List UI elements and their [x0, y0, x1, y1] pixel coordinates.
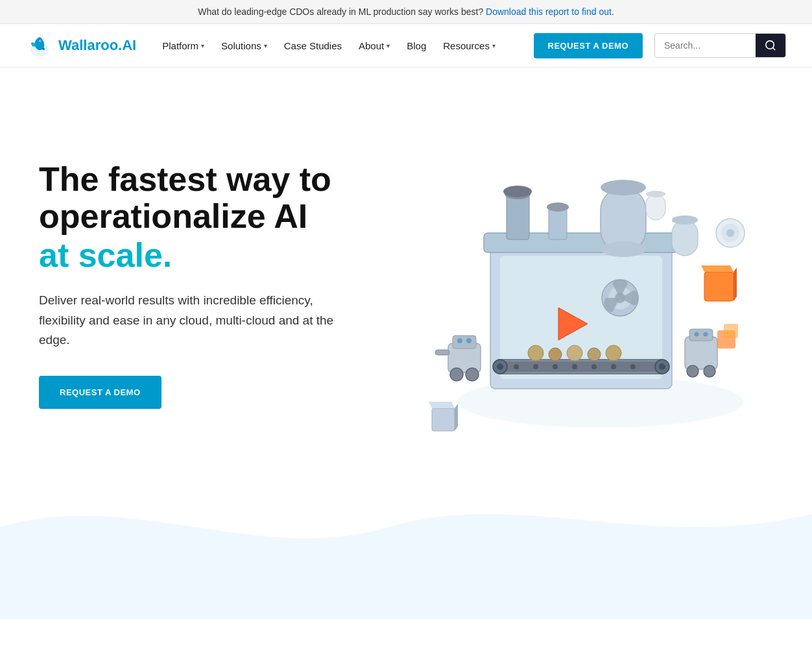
svg-point-9 — [503, 186, 532, 197]
svg-rect-40 — [453, 336, 476, 349]
logo[interactable]: Wallaroo.AI — [26, 32, 136, 59]
nav-about-label: About — [359, 40, 384, 51]
svg-marker-18 — [701, 265, 734, 272]
svg-point-28 — [591, 364, 597, 369]
svg-rect-7 — [507, 194, 529, 239]
hero-section: The fastest way to operationalize AI at … — [0, 67, 812, 489]
nav-platform[interactable]: Platform ▾ — [156, 35, 211, 56]
svg-point-64 — [726, 229, 734, 237]
search-input[interactable] — [655, 34, 756, 56]
hero-demo-button[interactable]: REQUEST A DEMO — [39, 376, 161, 409]
svg-point-30 — [630, 364, 636, 369]
hero-title-line1: The fastest way to — [39, 160, 331, 198]
svg-point-42 — [466, 338, 472, 343]
hero-title: The fastest way to operationalize AI at … — [39, 161, 389, 276]
svg-point-13 — [601, 180, 646, 195]
nav-resources[interactable]: Resources ▾ — [436, 35, 502, 56]
svg-rect-15 — [672, 220, 698, 256]
nav-case-studies-label: Case Studies — [284, 40, 342, 51]
svg-point-34 — [659, 363, 665, 370]
search-button[interactable] — [756, 34, 785, 57]
svg-point-52 — [528, 345, 543, 361]
svg-rect-20 — [646, 194, 665, 220]
svg-point-56 — [606, 345, 621, 361]
svg-point-44 — [466, 368, 479, 381]
svg-point-55 — [588, 348, 601, 361]
svg-rect-58 — [724, 324, 738, 338]
svg-rect-17 — [704, 272, 734, 301]
header-demo-button[interactable]: REQUEST A DEMO — [534, 33, 643, 58]
svg-point-32 — [497, 363, 503, 370]
nav-blog[interactable]: Blog — [400, 35, 433, 56]
nav-solutions-chevron: ▾ — [264, 42, 267, 49]
svg-rect-59 — [432, 408, 455, 431]
nav-solutions[interactable]: Solutions ▾ — [215, 35, 274, 56]
svg-marker-19 — [734, 267, 737, 301]
hero-title-accent: at scale. — [39, 235, 389, 275]
search-icon — [765, 40, 776, 51]
svg-marker-61 — [455, 404, 458, 431]
svg-point-2 — [40, 40, 41, 41]
svg-point-24 — [514, 364, 519, 369]
main-nav: Platform ▾ Solutions ▾ Case Studies Abou… — [156, 33, 786, 58]
hero-illustration — [389, 123, 773, 447]
wave-section — [0, 489, 812, 619]
svg-point-51 — [704, 365, 715, 377]
nav-solutions-label: Solutions — [221, 40, 261, 51]
svg-point-26 — [553, 364, 558, 369]
svg-rect-23 — [496, 361, 667, 372]
svg-point-54 — [567, 345, 582, 361]
header: Wallaroo.AI Platform ▾ Solutions ▾ Case … — [0, 24, 812, 67]
top-banner: What do leading-edge CDOs already in ML … — [0, 0, 812, 24]
svg-rect-47 — [689, 329, 713, 341]
svg-point-29 — [611, 364, 616, 369]
svg-point-27 — [572, 364, 577, 369]
nav-case-studies[interactable]: Case Studies — [278, 35, 348, 56]
svg-point-14 — [601, 241, 646, 257]
banner-text: What do leading-edge CDOs already in ML … — [198, 6, 483, 17]
nav-resources-label: Resources — [443, 40, 490, 51]
svg-rect-46 — [685, 337, 717, 369]
svg-rect-45 — [435, 350, 449, 355]
search-bar — [654, 33, 786, 58]
logo-text: Wallaroo.AI — [58, 37, 136, 54]
svg-point-25 — [533, 364, 538, 369]
svg-point-21 — [646, 191, 665, 197]
svg-point-49 — [704, 332, 708, 337]
svg-rect-10 — [549, 207, 567, 239]
svg-point-16 — [672, 215, 698, 225]
hero-title-line2: operationalize AI — [39, 197, 307, 235]
nav-about-chevron: ▾ — [387, 42, 390, 49]
hero-content: The fastest way to operationalize AI at … — [39, 161, 389, 410]
nav-blog-label: Blog — [407, 40, 426, 51]
wave-divider — [0, 489, 812, 566]
svg-point-41 — [457, 338, 462, 343]
nav-platform-label: Platform — [162, 40, 198, 51]
logo-icon — [26, 32, 53, 59]
svg-point-43 — [450, 368, 463, 381]
svg-point-53 — [549, 348, 562, 361]
nav-resources-chevron: ▾ — [492, 42, 496, 49]
hero-description: Deliver real-world results with incredib… — [39, 291, 357, 350]
banner-link[interactable]: Download this report to find out — [486, 6, 612, 17]
svg-point-11 — [547, 202, 569, 212]
hero-image — [400, 129, 763, 441]
svg-point-50 — [687, 365, 699, 377]
svg-point-48 — [695, 332, 699, 337]
nav-platform-chevron: ▾ — [201, 42, 204, 49]
nav-about[interactable]: About ▾ — [352, 35, 396, 56]
svg-marker-60 — [429, 402, 455, 408]
